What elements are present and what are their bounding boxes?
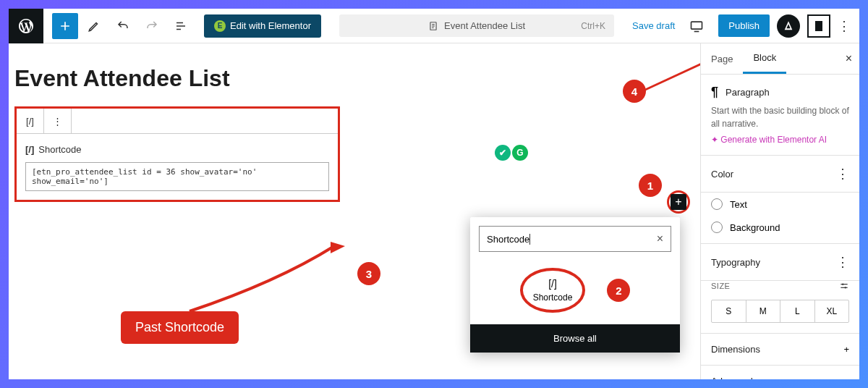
- shortcode-icon-cell[interactable]: [/]: [17, 109, 44, 133]
- text-color-label: Text: [730, 199, 747, 210]
- block-type-name: Paragraph: [726, 87, 770, 98]
- dimensions-title: Dimensions: [711, 344, 760, 355]
- bg-color-swatch[interactable]: [711, 222, 723, 233]
- tab-block[interactable]: Block: [743, 43, 786, 74]
- settings-sidebar: Page Block × ¶ Paragraph Start with the …: [700, 43, 859, 379]
- typography-section-header[interactable]: Typography ⋮: [701, 244, 859, 281]
- dimensions-section[interactable]: Dimensions +: [701, 334, 859, 366]
- typography-title: Typography: [711, 257, 760, 268]
- chevron-down-icon[interactable]: ⌄: [841, 376, 849, 379]
- edit-elementor-button[interactable]: E Edit with Elementor: [204, 14, 321, 38]
- top-toolbar: E Edit with Elementor Event Attendee Lis…: [9, 9, 859, 43]
- svg-point-13: [842, 284, 843, 285]
- size-xl[interactable]: XL: [815, 300, 849, 322]
- annotation-label: Past Shortcode: [121, 311, 239, 344]
- shortcode-result-icon: [/]: [548, 278, 557, 290]
- redo-button[interactable]: [139, 13, 165, 39]
- size-buttons: S M L XL: [711, 300, 849, 323]
- annotation-badge-1: 1: [639, 174, 662, 197]
- size-settings-icon[interactable]: [839, 281, 849, 291]
- settings-panel-toggle[interactable]: [807, 14, 830, 38]
- annotation-badge-3: 3: [357, 262, 380, 285]
- paragraph-icon: ¶: [711, 85, 718, 100]
- shortcode-input[interactable]: [etn_pro_attendee_list id = 36 show_avat…: [25, 162, 329, 191]
- save-draft-link[interactable]: Save draft: [632, 20, 675, 31]
- size-m[interactable]: M: [746, 300, 781, 322]
- color-title: Color: [711, 169, 733, 180]
- size-label: SIZE: [711, 282, 730, 290]
- add-block-button[interactable]: [52, 13, 78, 39]
- tab-page[interactable]: Page: [701, 45, 743, 73]
- edit-icon[interactable]: [81, 13, 107, 39]
- helper-badges-top: ✔ G: [495, 145, 528, 161]
- shortcode-text: Shortcode: [38, 144, 81, 155]
- advanced-section[interactable]: Advanced ⌄: [701, 366, 859, 379]
- preview-button[interactable]: [684, 13, 710, 39]
- page-heading[interactable]: Event Attendee List: [14, 65, 694, 92]
- shortcode-bracket-icon: [/]: [25, 144, 34, 155]
- shortcode-result-label: Shortcode: [533, 292, 573, 303]
- color-text-row[interactable]: Text: [701, 193, 859, 216]
- block-info-panel: ¶ Paragraph Start with the basic buildin…: [701, 75, 859, 156]
- astra-icon[interactable]: [777, 14, 800, 38]
- keyboard-shortcut: Ctrl+K: [581, 21, 605, 31]
- bg-color-label: Background: [730, 222, 780, 233]
- undo-button[interactable]: [110, 13, 136, 39]
- svg-rect-7: [692, 22, 702, 29]
- wordpress-logo[interactable]: [9, 9, 43, 43]
- text-color-swatch[interactable]: [711, 198, 723, 210]
- shortcode-block-label: [/] Shortcode: [17, 134, 338, 162]
- close-sidebar-icon[interactable]: ×: [846, 52, 852, 65]
- elementor-label: Edit with Elementor: [230, 20, 311, 31]
- sidebar-tabs: Page Block ×: [701, 43, 859, 75]
- elementor-icon: E: [214, 20, 226, 32]
- search-value: Shortcode: [487, 234, 529, 245]
- svg-rect-2: [176, 28, 181, 30]
- yoast-icon[interactable]: ✔: [495, 145, 511, 161]
- clear-search-icon[interactable]: ×: [657, 232, 663, 245]
- more-options-button[interactable]: ⋮: [838, 18, 851, 34]
- svg-marker-9: [331, 242, 345, 253]
- advanced-title: Advanced: [711, 376, 753, 379]
- page-title-text: Event Attendee List: [444, 20, 525, 31]
- shortcode-block-highlight: [/] ⋮ [/] Shortcode [etn_pro_attendee_li…: [14, 106, 340, 202]
- browse-all-button[interactable]: Browse all: [470, 324, 680, 353]
- shortcode-result-highlight[interactable]: [/] Shortcode: [520, 268, 586, 313]
- page-title-bar[interactable]: Event Attendee List Ctrl+K: [339, 14, 614, 37]
- color-section-header[interactable]: Color ⋮: [701, 156, 859, 193]
- svg-rect-1: [176, 25, 185, 27]
- annotation-badge-4: 4: [623, 80, 646, 103]
- svg-point-15: [845, 287, 846, 288]
- block-inserter-popup: Shortcode × [/] Shortcode 2 Browse all: [470, 217, 680, 353]
- add-block-inline[interactable]: +: [667, 190, 690, 214]
- color-bg-row[interactable]: Background: [701, 216, 859, 244]
- size-s[interactable]: S: [712, 300, 746, 322]
- elementor-ai-link[interactable]: ✦ Generate with Elementor AI: [711, 135, 849, 145]
- color-options-icon[interactable]: ⋮: [836, 166, 849, 182]
- plus-icon[interactable]: +: [843, 344, 849, 355]
- size-l[interactable]: L: [780, 300, 815, 322]
- block-description: Start with the basic building block of a…: [711, 104, 849, 130]
- document-outline-button[interactable]: [168, 13, 194, 39]
- annotation-arrow-3: [168, 239, 356, 319]
- document-icon: [428, 21, 438, 31]
- typography-options-icon[interactable]: ⋮: [836, 254, 849, 270]
- block-search-input[interactable]: Shortcode ×: [479, 226, 671, 252]
- grammarly-icon[interactable]: G: [512, 145, 528, 161]
- editor-canvas: Event Attendee List [/] ⋮ [/] Shortcode …: [9, 43, 700, 379]
- annotation-badge-2: 2: [607, 279, 630, 302]
- block-options-cell[interactable]: ⋮: [44, 109, 72, 133]
- svg-rect-0: [176, 22, 183, 23]
- publish-button[interactable]: Publish: [718, 14, 770, 37]
